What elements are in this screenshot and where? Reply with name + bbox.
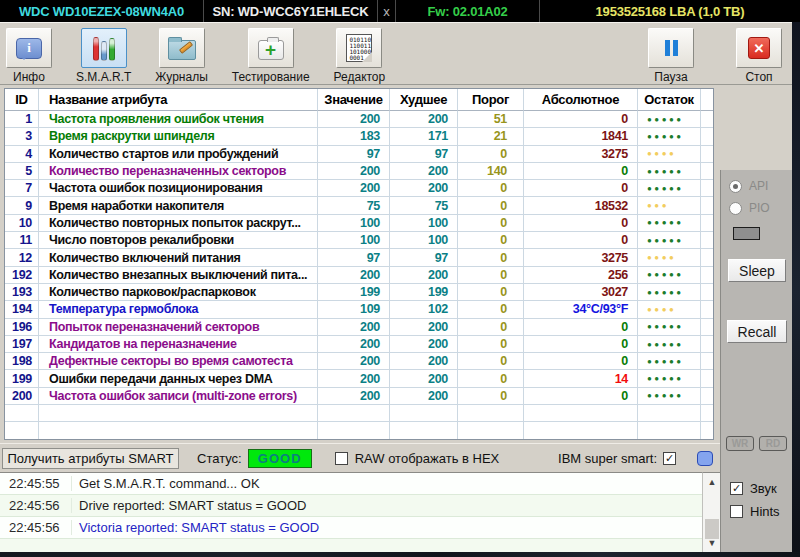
smart-button[interactable] bbox=[81, 28, 127, 68]
stop-icon: ✕ bbox=[748, 37, 770, 59]
table-row[interactable]: 1Частота проявления ошибок чтения2002005… bbox=[5, 111, 713, 128]
column-header-health[interactable]: Остаток bbox=[638, 89, 701, 111]
table-row[interactable]: 4Количество стартов или пробуждений97970… bbox=[5, 146, 713, 163]
attr-raw: 14 bbox=[524, 370, 638, 387]
toolbar-label: Журналы bbox=[155, 70, 207, 84]
pio-radio-row[interactable]: PIO bbox=[729, 201, 770, 215]
log-entry[interactable]: 22:45:56Victoria reported: SMART status … bbox=[0, 517, 702, 539]
attr-id: 10 bbox=[5, 215, 39, 232]
scroll-up-icon[interactable]: ▲ bbox=[703, 475, 721, 489]
attr-id: 194 bbox=[5, 301, 39, 318]
row-spacer bbox=[701, 284, 713, 301]
attr-raw: 34°C/93°F bbox=[524, 301, 638, 318]
api-radio-icon[interactable] bbox=[729, 180, 742, 193]
activity-indicator bbox=[733, 227, 760, 240]
api-radio-label: API bbox=[749, 179, 768, 193]
recall-button[interactable]: Recall bbox=[727, 320, 787, 343]
table-row[interactable]: 200Частота ошибок записи (multi-zone err… bbox=[5, 388, 713, 405]
table-row[interactable]: 10Количество повторных попыток раскрут..… bbox=[5, 215, 713, 232]
toolbar-item-testing[interactable]: + Тестирование bbox=[232, 28, 310, 84]
editor-button[interactable]: 0101101100111010000001 bbox=[336, 28, 382, 68]
row-spacer bbox=[701, 128, 713, 145]
table-row[interactable]: 7Частота ошибок позиционирования20020000… bbox=[5, 180, 713, 197]
toolbar-item-stop[interactable]: ✕ Стоп bbox=[736, 28, 782, 84]
ibm-super-smart-label: IBM super smart: bbox=[558, 451, 657, 466]
column-header-id[interactable]: ID bbox=[5, 89, 39, 111]
attr-value: 100 bbox=[318, 232, 390, 249]
ibm-super-smart-checkbox[interactable]: ✓ bbox=[663, 452, 676, 465]
info-button[interactable]: i bbox=[6, 28, 52, 68]
wr-button[interactable]: WR bbox=[726, 436, 754, 451]
table-row[interactable]: 5Количество переназначенных секторов2002… bbox=[5, 163, 713, 180]
journals-button[interactable] bbox=[159, 28, 205, 68]
close-icon[interactable]: x bbox=[378, 0, 396, 22]
pio-radio-icon[interactable] bbox=[729, 202, 742, 215]
get-smart-button[interactable]: Получить атрибуты SMART bbox=[2, 448, 179, 469]
table-row[interactable]: 193Количество парковок/распарковок199199… bbox=[5, 284, 713, 301]
attr-worst: 200 bbox=[390, 353, 458, 370]
testing-button[interactable]: + bbox=[248, 28, 294, 68]
table-row[interactable]: 194Температура гермоблока109102034°C/93°… bbox=[5, 301, 713, 318]
sound-checkbox[interactable]: ✓ bbox=[730, 482, 743, 495]
rd-button[interactable]: RD bbox=[759, 436, 787, 451]
attr-id: 198 bbox=[5, 353, 39, 370]
drive-color-chip[interactable] bbox=[697, 451, 713, 466]
column-header-worst[interactable]: Худшее bbox=[390, 89, 458, 111]
table-row[interactable]: 9Время наработки накопителя7575018532●●● bbox=[5, 197, 713, 214]
log-entry[interactable]: 22:45:55Get S.M.A.R.T. command... OK bbox=[0, 473, 702, 495]
stop-button[interactable]: ✕ bbox=[736, 28, 782, 68]
scroll-down-icon[interactable]: ▼ bbox=[703, 536, 721, 550]
attr-raw: 0 bbox=[524, 163, 638, 180]
attr-raw: 18532 bbox=[524, 197, 638, 214]
column-header-raw[interactable]: Абсолютное bbox=[524, 89, 638, 111]
api-radio-row[interactable]: API bbox=[729, 179, 768, 193]
hints-checkbox-row[interactable]: Hints bbox=[730, 504, 780, 519]
attr-threshold: 0 bbox=[458, 197, 524, 214]
attr-threshold: 21 bbox=[458, 128, 524, 145]
attr-name: Время раскрутки шпинделя bbox=[39, 128, 318, 145]
toolbar-label: S.M.A.R.T bbox=[76, 70, 131, 84]
sound-checkbox-row[interactable]: ✓ Звук bbox=[730, 481, 777, 496]
table-row[interactable]: 192Количество внезапных выключений пита.… bbox=[5, 267, 713, 284]
log-entry[interactable]: 22:45:56Drive reported: SMART status = G… bbox=[0, 495, 702, 517]
table-row[interactable]: 198Дефектные секторы во время самотеста2… bbox=[5, 353, 713, 370]
row-spacer bbox=[701, 388, 713, 405]
toolbar-item-smart[interactable]: S.M.A.R.T bbox=[76, 28, 131, 84]
table-row[interactable]: 3Время раскрутки шпинделя183171211841●●●… bbox=[5, 128, 713, 145]
attr-raw: 0 bbox=[524, 180, 638, 197]
toolbar-item-pause[interactable]: Пауза bbox=[648, 28, 694, 84]
hints-label: Hints bbox=[750, 504, 780, 519]
column-header-threshold[interactable]: Порог bbox=[458, 89, 524, 111]
hints-checkbox[interactable] bbox=[730, 505, 743, 518]
attr-worst: 200 bbox=[390, 267, 458, 284]
table-row[interactable]: 12Количество включений питания979703275●… bbox=[5, 249, 713, 266]
row-spacer bbox=[701, 146, 713, 163]
attr-raw: 0 bbox=[524, 353, 638, 370]
toolbar-item-journals[interactable]: Журналы bbox=[155, 28, 207, 84]
toolbar-label: Пауза bbox=[654, 70, 687, 84]
event-log: 22:45:55Get S.M.A.R.T. command... OK22:4… bbox=[0, 472, 702, 552]
pause-button[interactable] bbox=[648, 28, 694, 68]
sleep-button[interactable]: Sleep bbox=[728, 259, 786, 282]
column-header-value[interactable]: Значение bbox=[318, 89, 390, 111]
attr-value: 97 bbox=[318, 249, 390, 266]
log-message: Get S.M.A.R.T. command... OK bbox=[72, 476, 260, 491]
attr-raw: 3275 bbox=[524, 249, 638, 266]
attr-health-dots: ●●●●● bbox=[638, 267, 701, 284]
column-header-name[interactable]: Название атрибута bbox=[39, 89, 318, 111]
table-row[interactable]: 199Ошибки передачи данных через DMA20020… bbox=[5, 370, 713, 387]
binary-document-icon: 0101101100111010000001 bbox=[346, 34, 372, 62]
log-scrollbar[interactable]: ▲ ▼ bbox=[702, 472, 720, 552]
attr-worst: 102 bbox=[390, 301, 458, 318]
attr-name: Кандидатов на переназначение bbox=[39, 336, 318, 353]
table-row[interactable]: 196Попыток переназначений секторов200200… bbox=[5, 319, 713, 336]
attr-health-dots: ●●●●● bbox=[638, 336, 701, 353]
table-row[interactable]: 11Число повторов рекалибровки10010000●●●… bbox=[5, 232, 713, 249]
table-row[interactable]: 197Кандидатов на переназначение20020000●… bbox=[5, 336, 713, 353]
toolbar-item-info[interactable]: i Инфо bbox=[6, 28, 52, 84]
taskbar-edge bbox=[0, 552, 800, 557]
raw-hex-checkbox[interactable] bbox=[335, 452, 348, 465]
attr-name: Количество стартов или пробуждений bbox=[39, 146, 318, 163]
toolbar-item-editor[interactable]: 0101101100111010000001 Редактор bbox=[334, 28, 386, 84]
folder-pencil-icon bbox=[168, 40, 196, 60]
